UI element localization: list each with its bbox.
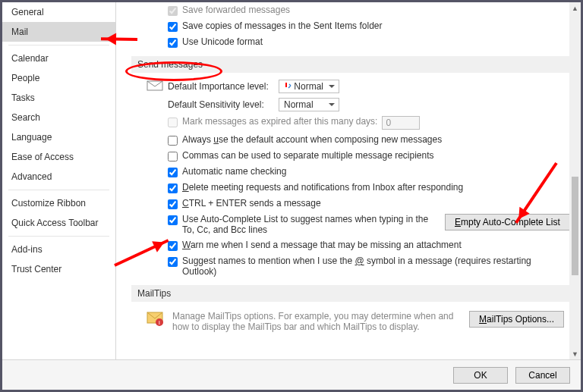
sidebar-label: Calendar xyxy=(11,53,49,64)
use-unicode-label: Use Unicode format xyxy=(182,36,263,47)
sidebar-item-tasks[interactable]: Tasks xyxy=(2,88,115,108)
sidebar-label: Tasks xyxy=(11,93,35,103)
save-copies-label: Save copies of messages in the Sent Item… xyxy=(182,20,382,31)
suggest-mentions-label: Suggest names to mention when I use the … xyxy=(182,256,539,277)
mailtips-header: MailTips xyxy=(131,285,572,302)
sidebar-item-add-ins[interactable]: Add-ins xyxy=(2,240,115,259)
dialog-footer: OK Cancel xyxy=(2,359,581,390)
sidebar-label: Search xyxy=(11,112,40,123)
sidebar-label: Language xyxy=(11,132,52,143)
sidebar-item-mail[interactable]: Mail xyxy=(2,22,115,42)
sensitivity-dropdown[interactable]: Normal xyxy=(279,98,339,111)
auto-name-checking-checkbox[interactable] xyxy=(168,168,178,177)
importance-value: Normal xyxy=(294,81,323,92)
ctrl-enter-sends-label: CTRL + ENTER sends a message xyxy=(182,198,321,209)
sidebar-label: General xyxy=(11,7,44,17)
sidebar-item-language[interactable]: Language xyxy=(2,127,115,147)
scroll-down-arrow[interactable]: ▼ xyxy=(569,348,581,359)
scroll-thumb[interactable] xyxy=(572,177,578,275)
sidebar-separator xyxy=(8,190,109,190)
mailtips-icon: i xyxy=(147,311,165,328)
ctrl-enter-sends-checkbox[interactable] xyxy=(168,199,178,209)
sidebar-item-calendar[interactable]: Calendar xyxy=(2,49,115,68)
sidebar-item-search[interactable]: Search xyxy=(2,108,115,127)
always-default-account-checkbox[interactable] xyxy=(168,136,178,146)
sidebar-label: Quick Access Toolbar xyxy=(11,218,99,228)
mailtips-options-button[interactable]: MailTips Options... xyxy=(469,311,564,328)
ok-button[interactable]: OK xyxy=(453,367,508,384)
warn-missing-attachment-label: Warn me when I send a message that may b… xyxy=(182,240,462,250)
save-copies-checkbox[interactable] xyxy=(168,22,178,32)
importance-icon xyxy=(284,82,292,89)
auto-complete-list-label: Use Auto-Complete List to suggest names … xyxy=(182,214,433,235)
send-messages-title: Send messages xyxy=(137,59,203,70)
suggest-mentions-checkbox[interactable] xyxy=(168,257,178,267)
delete-meeting-requests-checkbox[interactable] xyxy=(168,183,178,193)
mailtips-description: Manage MailTips options. For example, yo… xyxy=(172,311,462,332)
sidebar-label: Add-ins xyxy=(11,244,43,255)
vertical-scrollbar[interactable]: ▲ ▼ xyxy=(569,2,581,359)
sensitivity-value: Normal xyxy=(284,99,314,110)
mark-expired-label: Mark messages as expired after this many… xyxy=(182,116,377,127)
commas-separate-label: Commas can be used to separate multiple … xyxy=(182,150,434,161)
auto-name-checking-label: Automatic name checking xyxy=(182,166,286,177)
main-panel: Save forwarded messages Save copies of m… xyxy=(116,2,581,359)
envelope-icon xyxy=(147,80,163,93)
auto-complete-list-checkbox[interactable] xyxy=(168,215,178,225)
mark-expired-days-spinner[interactable]: 0 xyxy=(382,116,420,130)
use-unicode-checkbox[interactable] xyxy=(168,38,178,48)
scroll-up-arrow[interactable]: ▲ xyxy=(569,2,581,14)
commas-separate-checkbox[interactable] xyxy=(168,152,178,162)
mailtips-title: MailTips xyxy=(137,288,171,299)
sidebar-item-ease-of-access[interactable]: Ease of Access xyxy=(2,147,115,167)
svg-text:i: i xyxy=(159,319,160,326)
sidebar-label: Advanced xyxy=(11,171,52,182)
warn-missing-attachment-checkbox[interactable] xyxy=(168,241,178,251)
sidebar-label: Trust Center xyxy=(11,264,61,274)
importance-label: Default Importance level: xyxy=(168,81,274,92)
sidebar-label: Mail xyxy=(11,27,28,37)
sidebar-item-quick-access-toolbar[interactable]: Quick Access Toolbar xyxy=(2,213,115,233)
delete-meeting-requests-label: Delete meeting requests and notification… xyxy=(182,182,463,193)
options-sidebar: General Mail Calendar People Tasks Searc… xyxy=(2,2,116,359)
sidebar-separator xyxy=(8,45,109,45)
sidebar-label: People xyxy=(11,73,39,83)
sidebar-item-advanced[interactable]: Advanced xyxy=(2,167,115,187)
importance-dropdown[interactable]: Normal xyxy=(279,80,339,93)
save-forwarded-checkbox[interactable] xyxy=(168,6,178,16)
empty-auto-complete-button[interactable]: Empty Auto-Complete List xyxy=(445,214,570,230)
sidebar-item-general[interactable]: General xyxy=(2,2,115,22)
sensitivity-label: Default Sensitivity level: xyxy=(168,99,274,110)
sidebar-item-trust-center[interactable]: Trust Center xyxy=(2,259,115,279)
sidebar-separator xyxy=(8,236,109,237)
always-default-account-label: Always use the default account when comp… xyxy=(182,134,442,145)
send-messages-header: Send messages xyxy=(131,56,572,73)
sidebar-label: Ease of Access xyxy=(11,152,74,162)
sidebar-item-customize-ribbon[interactable]: Customize Ribbon xyxy=(2,193,115,213)
save-forwarded-label: Save forwarded messages xyxy=(182,5,290,15)
cancel-button[interactable]: Cancel xyxy=(515,367,570,384)
sidebar-label: Customize Ribbon xyxy=(11,198,86,209)
mark-expired-checkbox[interactable] xyxy=(168,118,178,127)
sidebar-item-people[interactable]: People xyxy=(2,68,115,88)
